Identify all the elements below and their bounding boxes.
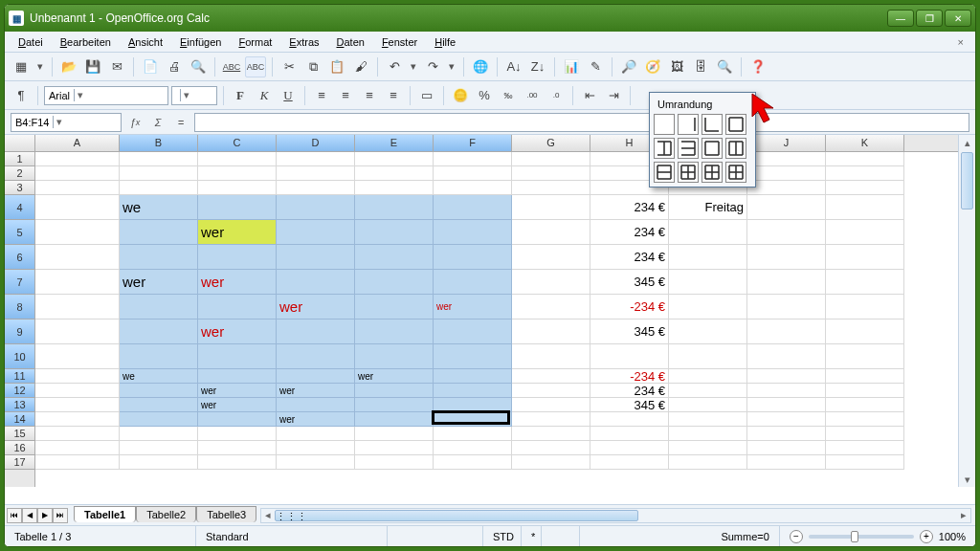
align-right-icon[interactable]: ≡ bbox=[359, 85, 380, 106]
cell-B5[interactable] bbox=[120, 220, 198, 245]
row-header-7[interactable]: 7 bbox=[5, 270, 34, 295]
cell-F3[interactable] bbox=[434, 181, 512, 195]
bold-icon[interactable]: F bbox=[230, 85, 251, 106]
cell-G1[interactable] bbox=[512, 152, 590, 166]
copy-icon[interactable]: ⧉ bbox=[302, 56, 323, 77]
row-header-4[interactable]: 4 bbox=[5, 195, 34, 220]
page-style[interactable]: Standard bbox=[196, 526, 388, 546]
menu-bearbeiten[interactable]: Bearbeiten bbox=[53, 34, 119, 50]
cell-G17[interactable] bbox=[512, 455, 590, 470]
hscroll-thumb[interactable]: ⋮⋮⋮ bbox=[275, 510, 638, 521]
cell-D15[interactable] bbox=[277, 427, 355, 441]
cell-C10[interactable] bbox=[198, 344, 277, 369]
cell-J11[interactable] bbox=[747, 369, 826, 384]
show-draw-icon[interactable]: ✎ bbox=[585, 56, 606, 77]
cell-I5[interactable] bbox=[669, 220, 747, 245]
tab-next-icon[interactable]: ▶ bbox=[37, 508, 53, 523]
cell-F4[interactable] bbox=[434, 195, 512, 220]
cell-A8[interactable] bbox=[35, 295, 120, 320]
cell-B16[interactable] bbox=[120, 441, 198, 455]
cell-C1[interactable] bbox=[198, 152, 277, 166]
cell-H15[interactable] bbox=[590, 427, 669, 441]
menu-ansicht[interactable]: Ansicht bbox=[121, 34, 170, 50]
cell-C8[interactable] bbox=[198, 295, 277, 320]
cell-H9[interactable]: 345 € bbox=[590, 320, 669, 344]
typing-mode[interactable]: STD bbox=[483, 526, 522, 546]
undo-icon[interactable]: ↶ bbox=[384, 56, 405, 77]
cell-C4[interactable] bbox=[198, 195, 277, 220]
cell-E14[interactable] bbox=[355, 412, 434, 427]
row-header-3[interactable]: 3 bbox=[5, 181, 34, 195]
col-header-C[interactable]: C bbox=[198, 135, 277, 151]
cell-K8[interactable] bbox=[826, 295, 904, 320]
cell-A15[interactable] bbox=[35, 427, 120, 441]
print-icon[interactable]: 🖨 bbox=[164, 56, 185, 77]
cell-J5[interactable] bbox=[747, 220, 826, 245]
sum-display[interactable]: Summe=0 bbox=[580, 526, 780, 546]
cell-H4[interactable]: 234 € bbox=[590, 195, 669, 220]
cell-K1[interactable] bbox=[826, 152, 904, 166]
scroll-right-icon[interactable]: ▸ bbox=[957, 509, 970, 522]
cell-C13[interactable]: wer bbox=[198, 398, 277, 412]
cell-F5[interactable] bbox=[434, 220, 512, 245]
cell-D4[interactable] bbox=[277, 195, 355, 220]
find-icon[interactable]: 🔎 bbox=[618, 56, 639, 77]
function-wizard-icon[interactable]: ƒx bbox=[125, 113, 145, 132]
cell-D8[interactable]: wer bbox=[277, 295, 355, 320]
cell-I6[interactable] bbox=[669, 245, 747, 270]
add-decimal-icon[interactable]: .00 bbox=[522, 85, 543, 106]
cell-D5[interactable] bbox=[277, 220, 355, 245]
minimize-button[interactable]: — bbox=[887, 10, 914, 27]
border-option-1[interactable] bbox=[678, 114, 699, 135]
close-button[interactable]: ✕ bbox=[945, 10, 971, 27]
cell-G6[interactable] bbox=[512, 245, 590, 270]
col-header-F[interactable]: F bbox=[434, 135, 512, 151]
border-option-6[interactable] bbox=[702, 138, 723, 159]
cell-G4[interactable] bbox=[512, 195, 590, 220]
border-option-10[interactable] bbox=[702, 162, 723, 183]
menu-extras[interactable]: Extras bbox=[281, 34, 326, 50]
autospell-icon[interactable]: ABC bbox=[245, 56, 266, 77]
cell-B12[interactable] bbox=[120, 384, 198, 398]
sort-asc-icon[interactable]: A↓ bbox=[503, 56, 524, 77]
percent-icon[interactable]: % bbox=[474, 85, 495, 106]
cell-C16[interactable] bbox=[198, 441, 277, 455]
cell-J6[interactable] bbox=[747, 245, 826, 270]
border-option-7[interactable] bbox=[725, 138, 746, 159]
cell-H13[interactable]: 345 € bbox=[590, 398, 669, 412]
row-header-2[interactable]: 2 bbox=[5, 166, 34, 181]
cell-A3[interactable] bbox=[35, 181, 120, 195]
sort-desc-icon[interactable]: Z↓ bbox=[527, 56, 548, 77]
decrease-indent-icon[interactable]: ⇤ bbox=[579, 85, 600, 106]
equals-icon[interactable]: = bbox=[171, 113, 190, 132]
zoom-value[interactable]: 100% bbox=[939, 531, 966, 542]
cell-D12[interactable]: wer bbox=[277, 384, 355, 398]
cell-J9[interactable] bbox=[747, 320, 826, 344]
cell-E2[interactable] bbox=[355, 166, 434, 181]
sheet-tab-tabelle2[interactable]: Tabelle2 bbox=[136, 506, 196, 522]
col-header-J[interactable]: J bbox=[747, 135, 826, 151]
cell-I7[interactable] bbox=[669, 270, 747, 295]
cell-J7[interactable] bbox=[747, 270, 826, 295]
cell-I11[interactable] bbox=[669, 369, 747, 384]
cell-A11[interactable] bbox=[35, 369, 120, 384]
cell-J3[interactable] bbox=[747, 181, 826, 195]
row-header-17[interactable]: 17 bbox=[5, 455, 34, 470]
cell-F11[interactable] bbox=[434, 369, 512, 384]
cell-A4[interactable] bbox=[35, 195, 120, 220]
signature[interactable] bbox=[542, 526, 580, 546]
cell-F2[interactable] bbox=[434, 166, 512, 181]
border-option-9[interactable] bbox=[678, 162, 699, 183]
cut-icon[interactable]: ✂ bbox=[278, 56, 300, 77]
sum-icon[interactable]: Σ bbox=[148, 113, 167, 132]
cell-H5[interactable]: 234 € bbox=[590, 220, 669, 245]
cell-E7[interactable] bbox=[355, 270, 434, 295]
navigator-icon[interactable]: 🧭 bbox=[642, 56, 663, 77]
cell-H6[interactable]: 234 € bbox=[590, 245, 669, 270]
cell-E6[interactable] bbox=[355, 245, 434, 270]
cell-I9[interactable] bbox=[669, 320, 747, 344]
cell-K10[interactable] bbox=[826, 344, 904, 369]
zoom-icon[interactable]: 🔍 bbox=[714, 56, 735, 77]
cell-A14[interactable] bbox=[35, 412, 120, 427]
cell-D11[interactable] bbox=[277, 369, 355, 384]
